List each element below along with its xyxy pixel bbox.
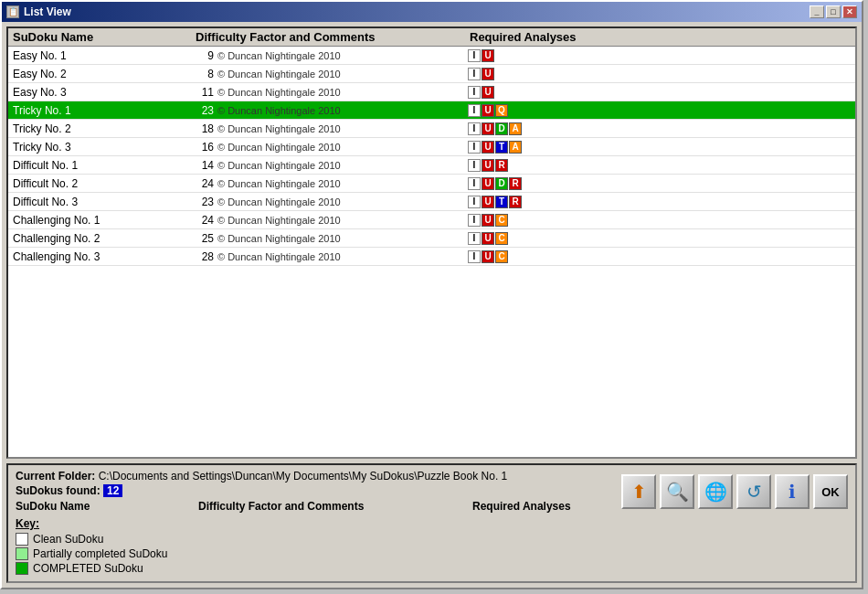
close-button[interactable]: ✕	[842, 5, 857, 18]
ok-icon: OK	[821, 485, 840, 499]
row-analyses: IUC	[465, 213, 855, 228]
list-row[interactable]: Difficult No. 323© Duncan Nightingale 20…	[8, 193, 855, 211]
analysis-badge[interactable]: I	[468, 177, 481, 190]
analysis-badge[interactable]: Q	[495, 104, 508, 117]
analysis-badge[interactable]: U	[482, 232, 494, 245]
analysis-badge[interactable]: I	[468, 122, 481, 135]
analysis-badge[interactable]: I	[468, 159, 481, 172]
analysis-badge[interactable]: I	[468, 196, 481, 208]
globe-button[interactable]: 🌐	[698, 474, 733, 509]
row-analyses: IUTR	[465, 195, 855, 209]
list-row[interactable]: Easy No. 28© Duncan Nightingale 2010IU	[8, 65, 855, 83]
difficulty-comment: © Duncan Nightingale 2010	[217, 142, 341, 153]
analysis-badge[interactable]: U	[482, 177, 494, 190]
difficulty-comment: © Duncan Nightingale 2010	[217, 178, 341, 189]
list-row[interactable]: Tricky No. 218© Duncan Nightingale 2010I…	[8, 120, 855, 138]
analysis-badge[interactable]: D	[495, 177, 508, 190]
difficulty-number: 18	[194, 122, 214, 135]
row-analyses: IU	[465, 67, 855, 81]
analysis-badge[interactable]: I	[468, 68, 481, 80]
title-bar: 📋 List View _ □ ✕	[2, 2, 862, 22]
list-row[interactable]: Difficult No. 224© Duncan Nightingale 20…	[8, 175, 855, 193]
analysis-badge[interactable]: U	[482, 122, 494, 135]
row-analyses: IUC	[465, 231, 855, 246]
ok-button[interactable]: OK	[813, 474, 848, 509]
bottom-col-name: SuDoku Name	[16, 500, 198, 513]
row-name: Easy No. 1	[8, 48, 191, 63]
minimize-button[interactable]: _	[810, 5, 824, 18]
list-row[interactable]: Difficult No. 114© Duncan Nightingale 20…	[8, 156, 855, 175]
analysis-badge[interactable]: D	[495, 122, 508, 135]
bottom-row: Current Folder: C:\Documents and Setting…	[16, 470, 848, 577]
list-row[interactable]: Challenging No. 328© Duncan Nightingale …	[8, 248, 855, 266]
analysis-badge[interactable]: U	[482, 196, 494, 208]
search-button[interactable]: 🔍	[660, 474, 694, 509]
list-rows-container: Easy No. 19© Duncan Nightingale 2010IUEa…	[8, 47, 855, 266]
analysis-badge[interactable]: U	[482, 49, 494, 62]
analysis-badge[interactable]: U	[482, 68, 494, 80]
list-row[interactable]: Challenging No. 124© Duncan Nightingale …	[8, 211, 855, 229]
analysis-badge[interactable]: I	[468, 104, 481, 117]
row-name: Tricky No. 3	[8, 140, 191, 154]
difficulty-comment: © Duncan Nightingale 2010	[217, 233, 341, 244]
list-header: SuDoku Name Difficulty Factor and Commen…	[8, 28, 855, 47]
analysis-badge[interactable]: U	[482, 86, 494, 99]
row-difficulty: 18© Duncan Nightingale 2010	[191, 122, 465, 136]
analysis-badge[interactable]: R	[509, 196, 522, 208]
row-name: Difficult No. 3	[8, 195, 191, 209]
analysis-badge[interactable]: I	[468, 250, 481, 263]
up-button[interactable]: ⬆	[621, 474, 656, 509]
key-swatch	[16, 547, 28, 560]
row-difficulty: 11© Duncan Nightingale 2010	[191, 85, 465, 100]
difficulty-number: 11	[194, 86, 214, 99]
analysis-badge[interactable]: U	[482, 159, 494, 172]
list-row[interactable]: Tricky No. 123© Duncan Nightingale 2010I…	[8, 101, 855, 120]
analysis-badge[interactable]: I	[468, 86, 481, 99]
row-difficulty: 14© Duncan Nightingale 2010	[191, 158, 465, 173]
maximize-button[interactable]: □	[826, 5, 841, 18]
window-title: List View	[24, 5, 71, 18]
row-name: Difficult No. 2	[8, 176, 191, 191]
info-button[interactable]: ℹ	[775, 474, 810, 509]
sudokus-found-count: 12	[103, 484, 122, 497]
row-name: Difficult No. 1	[8, 158, 191, 173]
difficulty-number: 16	[194, 141, 214, 154]
list-row[interactable]: Tricky No. 316© Duncan Nightingale 2010I…	[8, 138, 855, 156]
difficulty-comment: © Duncan Nightingale 2010	[217, 87, 341, 98]
list-view-area[interactable]: SuDoku Name Difficulty Factor and Commen…	[6, 27, 857, 459]
list-row[interactable]: Challenging No. 225© Duncan Nightingale …	[8, 229, 855, 248]
difficulty-comment: © Duncan Nightingale 2010	[217, 215, 341, 226]
analysis-badge[interactable]: A	[509, 122, 522, 135]
analysis-badge[interactable]: R	[509, 177, 522, 190]
list-row[interactable]: Easy No. 19© Duncan Nightingale 2010IU	[8, 47, 855, 65]
difficulty-comment: © Duncan Nightingale 2010	[217, 160, 341, 171]
up-icon: ⬆	[631, 481, 647, 503]
analysis-badge[interactable]: C	[495, 232, 508, 245]
analysis-badge[interactable]: U	[482, 104, 494, 117]
analysis-badge[interactable]: U	[482, 250, 494, 263]
row-analyses: IUR	[465, 158, 855, 173]
analysis-badge[interactable]: U	[482, 141, 494, 154]
analysis-badge[interactable]: U	[482, 214, 494, 227]
difficulty-comment: © Duncan Nightingale 2010	[217, 50, 341, 61]
bottom-buttons: ⬆🔍🌐↺ℹOK	[621, 470, 848, 509]
analysis-badge[interactable]: R	[495, 159, 508, 172]
refresh-button[interactable]: ↺	[736, 474, 771, 509]
analysis-badge[interactable]: C	[495, 214, 508, 227]
key-label: COMPLETED SuDoku	[33, 562, 143, 575]
analysis-badge[interactable]: I	[468, 214, 481, 227]
difficulty-comment: © Duncan Nightingale 2010	[217, 251, 341, 262]
analysis-badge[interactable]: I	[468, 49, 481, 62]
analysis-badge[interactable]: I	[468, 141, 481, 154]
list-row[interactable]: Easy No. 311© Duncan Nightingale 2010IU	[8, 83, 855, 101]
window-icon: 📋	[6, 5, 19, 18]
current-folder-line: Current Folder: C:\Documents and Setting…	[16, 470, 621, 483]
difficulty-number: 24	[194, 214, 214, 227]
analysis-badge[interactable]: T	[495, 196, 508, 208]
analysis-badge[interactable]: A	[509, 141, 522, 154]
difficulty-number: 23	[194, 196, 214, 208]
analysis-badge[interactable]: I	[468, 232, 481, 245]
analysis-badge[interactable]: T	[495, 141, 508, 154]
analysis-badge[interactable]: C	[495, 250, 508, 263]
difficulty-number: 8	[194, 68, 214, 80]
